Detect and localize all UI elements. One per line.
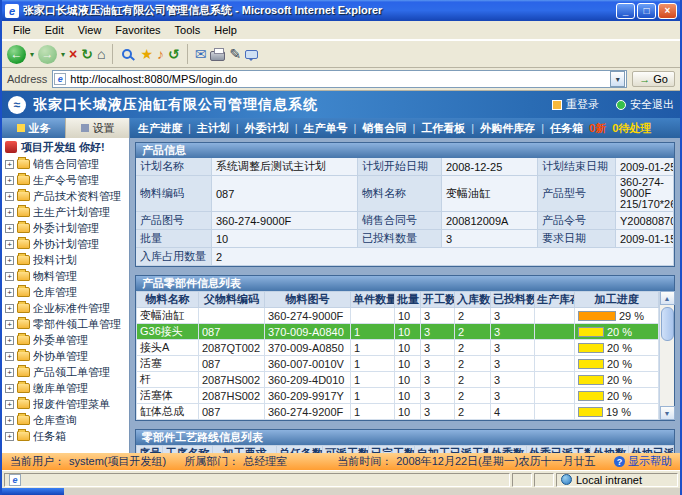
sidebar-item-5[interactable]: +外协计划管理 bbox=[2, 236, 129, 252]
relogin-button[interactable]: 重登录 bbox=[552, 97, 599, 112]
expand-icon[interactable]: + bbox=[5, 256, 14, 265]
sidebar-item-4[interactable]: +外委计划管理 bbox=[2, 220, 129, 236]
parts-scrollbar[interactable]: ▲ ▼ bbox=[659, 291, 674, 420]
table-row[interactable]: G36接头087370-009-A084011032320 % bbox=[137, 324, 659, 340]
sidebar-item-13[interactable]: +产品领工单管理 bbox=[2, 364, 129, 380]
address-input[interactable]: e http://localhost:8080/MPS/login.do ▾ bbox=[52, 70, 627, 88]
expand-icon[interactable]: + bbox=[5, 352, 14, 361]
sidebar-item-10[interactable]: +零部件领工单管理 bbox=[2, 316, 129, 332]
sidebar-item-3[interactable]: +主生产计划管理 bbox=[2, 204, 129, 220]
nav-item-6[interactable]: 外购件库存 bbox=[480, 121, 535, 136]
table-row[interactable]: 活塞体2087HS002360-209-9917Y11032320 % bbox=[137, 388, 659, 404]
nav-item-5[interactable]: 工作看板 bbox=[421, 121, 465, 136]
expand-icon[interactable]: + bbox=[5, 416, 14, 425]
forward-dropdown-icon[interactable]: ▾ bbox=[61, 50, 65, 59]
info-field-label: 计划结束日期 bbox=[538, 158, 616, 176]
sidebar-item-0[interactable]: +销售合同管理 bbox=[2, 156, 129, 172]
menu-help[interactable]: Help bbox=[207, 22, 244, 38]
column-header: 生产库存 bbox=[535, 292, 575, 308]
discuss-icon[interactable] bbox=[245, 50, 258, 59]
history-icon[interactable]: ↺ bbox=[168, 46, 180, 62]
expand-icon[interactable]: + bbox=[5, 400, 14, 409]
sidebar-item-14[interactable]: +缴库单管理 bbox=[2, 380, 129, 396]
progress-fill bbox=[578, 359, 604, 369]
sidebar-item-17[interactable]: +任务箱 bbox=[2, 428, 129, 444]
nav-item-4[interactable]: 销售合同 bbox=[362, 121, 406, 136]
start-button-fragment[interactable] bbox=[2, 488, 64, 495]
close-button[interactable]: × bbox=[658, 3, 677, 19]
back-icon[interactable]: ← bbox=[7, 45, 26, 64]
print-icon[interactable] bbox=[210, 51, 225, 61]
tab-业务[interactable]: 业务 bbox=[2, 118, 65, 138]
column-header: 父物料编码 bbox=[199, 292, 265, 308]
favorites-icon[interactable]: ★ bbox=[140, 46, 153, 62]
show-help-link[interactable]: ? 显示帮助 bbox=[614, 454, 672, 469]
nav-item-7[interactable]: 任务箱 bbox=[550, 121, 583, 136]
scroll-down-icon[interactable]: ▼ bbox=[660, 406, 675, 420]
go-button[interactable]: → Go bbox=[632, 71, 675, 87]
sidebar-item-15[interactable]: +报废件管理菜单 bbox=[2, 396, 129, 412]
media-icon[interactable]: ♪ bbox=[157, 46, 164, 62]
table-row[interactable]: 变幅油缸360-274-9000F1032329 % bbox=[137, 308, 659, 324]
expand-icon[interactable]: + bbox=[5, 432, 14, 441]
tab-icon bbox=[81, 124, 89, 132]
sidebar-item-8[interactable]: +仓库管理 bbox=[2, 284, 129, 300]
info-field-label: 计划名称 bbox=[136, 158, 212, 176]
scroll-thumb[interactable] bbox=[661, 307, 674, 341]
sidebar-item-12[interactable]: +外协单管理 bbox=[2, 348, 129, 364]
logout-button[interactable]: 安全退出 bbox=[616, 97, 674, 112]
expand-icon[interactable]: + bbox=[5, 224, 14, 233]
progress-bar: 20 % bbox=[578, 390, 655, 402]
progress-cell: 20 % bbox=[575, 356, 659, 372]
sidebar-item-1[interactable]: +生产令号管理 bbox=[2, 172, 129, 188]
table-row[interactable]: 缸体总成087360-274-9200F11032419 % bbox=[137, 404, 659, 420]
expand-icon[interactable]: + bbox=[5, 288, 14, 297]
expand-icon[interactable]: + bbox=[5, 304, 14, 313]
home-icon[interactable]: ⌂ bbox=[97, 46, 105, 62]
expand-icon[interactable]: + bbox=[5, 240, 14, 249]
nav-item-0[interactable]: 生产进度 bbox=[138, 121, 182, 136]
stop-icon[interactable]: × bbox=[69, 46, 77, 62]
help-icon: ? bbox=[614, 456, 625, 467]
expand-icon[interactable]: + bbox=[5, 160, 14, 169]
tab-设置[interactable]: 设置 bbox=[65, 118, 129, 138]
expand-icon[interactable]: + bbox=[5, 368, 14, 377]
menu-view[interactable]: View bbox=[71, 22, 109, 38]
mail-icon[interactable]: ✉ bbox=[195, 46, 207, 62]
back-dropdown-icon[interactable]: ▾ bbox=[30, 50, 34, 59]
sidebar-item-7[interactable]: +物料管理 bbox=[2, 268, 129, 284]
edit-icon[interactable]: ✎ bbox=[229, 46, 241, 62]
menu-favorites[interactable]: Favorites bbox=[108, 22, 167, 38]
sidebar-item-9[interactable]: +企业标准件管理 bbox=[2, 300, 129, 316]
menu-tools[interactable]: Tools bbox=[168, 22, 208, 38]
maximize-button[interactable]: □ bbox=[637, 3, 656, 19]
address-dropdown-icon[interactable]: ▾ bbox=[610, 71, 625, 87]
table-row[interactable]: 杆2087HS002360-209-4D01011032320 % bbox=[137, 372, 659, 388]
nav-item-2[interactable]: 外委计划 bbox=[245, 121, 289, 136]
sidebar-item-16[interactable]: +仓库查询 bbox=[2, 412, 129, 428]
scroll-up-icon[interactable]: ▲ bbox=[660, 291, 675, 305]
table-row[interactable]: 接头A2087QT002370-009-A085011032320 % bbox=[137, 340, 659, 356]
sidebar-item-6[interactable]: +投料计划 bbox=[2, 252, 129, 268]
sidebar-item-2[interactable]: +产品技术资料管理 bbox=[2, 188, 129, 204]
forward-icon[interactable]: → bbox=[38, 45, 57, 64]
nav-item-3[interactable]: 生产单号 bbox=[304, 121, 348, 136]
table-row[interactable]: 活塞087360-007-0010V11032320 % bbox=[137, 356, 659, 372]
sidebar-item-11[interactable]: +外委单管理 bbox=[2, 332, 129, 348]
expand-icon[interactable]: + bbox=[5, 272, 14, 281]
address-value: http://localhost:8080/MPS/login.do bbox=[70, 73, 606, 85]
main-area: 项目开发组 你好! +销售合同管理+生产令号管理+产品技术资料管理+主生产计划管… bbox=[2, 138, 680, 453]
menu-file[interactable]: File bbox=[6, 22, 38, 38]
expand-icon[interactable]: + bbox=[5, 192, 14, 201]
nav-item-1[interactable]: 主计划 bbox=[197, 121, 230, 136]
expand-icon[interactable]: + bbox=[5, 336, 14, 345]
menu-edit[interactable]: Edit bbox=[38, 22, 71, 38]
column-header: 外协数 bbox=[591, 446, 629, 454]
search-icon[interactable] bbox=[122, 49, 132, 59]
minimize-button[interactable]: _ bbox=[616, 3, 635, 19]
expand-icon[interactable]: + bbox=[5, 384, 14, 393]
expand-icon[interactable]: + bbox=[5, 208, 14, 217]
refresh-icon[interactable]: ↻ bbox=[81, 46, 93, 62]
expand-icon[interactable]: + bbox=[5, 320, 14, 329]
expand-icon[interactable]: + bbox=[5, 176, 14, 185]
